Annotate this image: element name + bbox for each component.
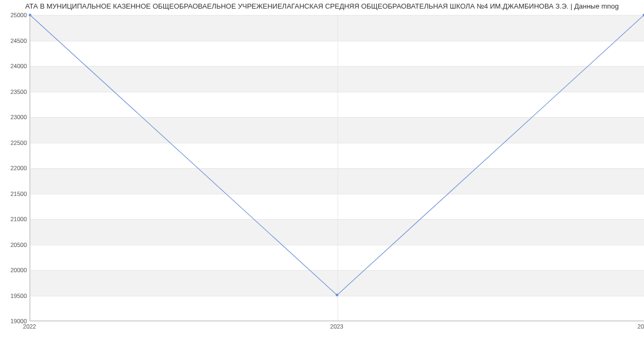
y-tick-label: 22500 bbox=[10, 140, 27, 146]
plot-area bbox=[30, 15, 644, 321]
y-tick-label: 23000 bbox=[10, 114, 27, 120]
y-tick-label: 19500 bbox=[10, 293, 27, 299]
y-tick-label: 21000 bbox=[10, 216, 27, 222]
chart-title: АТА В МУНИЦИПАЛЬНОЕ КАЗЕННОЕ ОБЩЕОБРАОВА… bbox=[0, 0, 644, 11]
y-tick-label: 24500 bbox=[10, 38, 27, 44]
y-tick-label: 25000 bbox=[10, 12, 27, 18]
x-tick-label: 2022 bbox=[23, 323, 36, 330]
line-series bbox=[30, 15, 644, 321]
x-tick-label: 2023 bbox=[330, 323, 343, 330]
y-tick-label: 20000 bbox=[10, 267, 27, 273]
y-tick-label: 21500 bbox=[10, 191, 27, 197]
y-tick-label: 23500 bbox=[10, 89, 27, 95]
y-tick-label: 22000 bbox=[10, 165, 27, 171]
y-tick-label: 24000 bbox=[10, 63, 27, 69]
data-point bbox=[336, 294, 339, 296]
y-tick-label: 20500 bbox=[10, 242, 27, 248]
data-point bbox=[29, 14, 32, 17]
y-gridline bbox=[30, 321, 644, 322]
x-tick-label: 2024 bbox=[638, 323, 644, 330]
